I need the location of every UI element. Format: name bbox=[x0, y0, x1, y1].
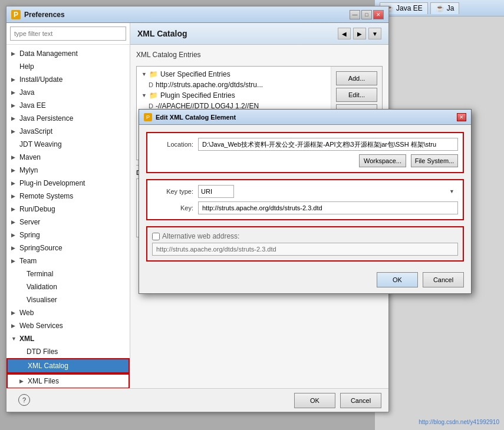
dialog-cancel-button[interactable]: Cancel bbox=[423, 272, 464, 287]
key-row: Key: bbox=[152, 201, 458, 214]
dialog-titlebar: P Edit XML Catalog Element ✕ bbox=[139, 110, 471, 125]
dialog-overlay: P Edit XML Catalog Element ✕ Location: W… bbox=[0, 0, 504, 430]
dialog-title: Edit XML Catalog Element bbox=[156, 114, 236, 121]
key-input[interactable] bbox=[198, 201, 458, 214]
location-input[interactable] bbox=[198, 138, 458, 151]
location-label: Location: bbox=[152, 141, 193, 148]
dialog-ok-button[interactable]: OK bbox=[377, 272, 418, 287]
key-type-select-wrapper: URI Public ID System ID bbox=[198, 185, 458, 198]
alt-web-input[interactable] bbox=[152, 243, 458, 256]
key-type-select[interactable]: URI Public ID System ID bbox=[198, 185, 234, 198]
key-type-label: Key type: bbox=[152, 188, 193, 195]
key-type-row: Key type: URI Public ID System ID bbox=[152, 185, 458, 198]
file-system-button[interactable]: File System... bbox=[411, 154, 458, 167]
location-row: Location: bbox=[152, 138, 458, 151]
alt-web-label-row: Alternative web address: bbox=[152, 232, 458, 240]
alt-web-label-text: Alternative web address: bbox=[162, 232, 239, 240]
watermark: http://blog.csdn.net/y41992910 bbox=[419, 419, 499, 425]
workspace-button[interactable]: Workspace... bbox=[359, 154, 406, 167]
location-section: Location: Workspace... File System... bbox=[146, 132, 464, 173]
dialog-footer: OK Cancel bbox=[139, 269, 471, 293]
location-buttons-row: Workspace... File System... bbox=[152, 154, 458, 167]
alt-web-checkbox[interactable] bbox=[152, 233, 160, 240]
key-section: Key type: URI Public ID System ID Key: bbox=[146, 179, 464, 220]
alt-web-section: Alternative web address: bbox=[146, 226, 464, 262]
dialog-close-button[interactable]: ✕ bbox=[457, 113, 466, 121]
dialog-title-left: P Edit XML Catalog Element bbox=[144, 113, 236, 121]
dialog-body: Location: Workspace... File System... Ke… bbox=[139, 125, 471, 269]
key-label: Key: bbox=[152, 204, 193, 211]
edit-dialog: P Edit XML Catalog Element ✕ Location: W… bbox=[139, 109, 472, 294]
dialog-icon: P bbox=[144, 113, 152, 121]
